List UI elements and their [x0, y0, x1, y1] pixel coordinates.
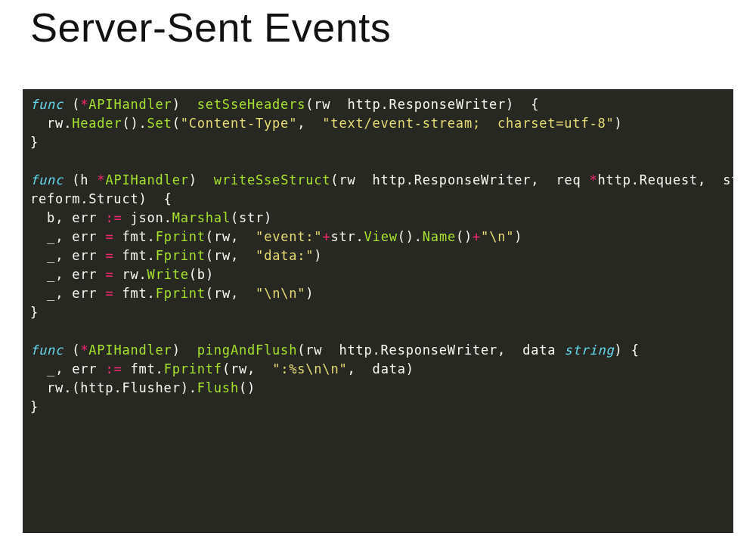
kw-func: func — [30, 97, 64, 112]
fn-pingandflush: pingAndFlush — [197, 342, 297, 358]
type-apihandler: APIHandler — [88, 97, 172, 112]
fn-writessestruct: writeSseStruct — [214, 172, 331, 187]
fn-setsseheaders: setSseHeaders — [197, 97, 305, 112]
code-block: func (*APIHandler) setSseHeaders(rw http… — [23, 89, 733, 533]
str-content-type: "Content-Type" — [181, 116, 298, 131]
slide-title: Server-Sent Events — [0, 0, 756, 51]
slide: Server-Sent Events func (*APIHandler) se… — [0, 0, 756, 536]
str-content-type-value: "text/event-stream; charset=utf-8" — [322, 116, 614, 131]
pointer-star: * — [80, 97, 88, 112]
